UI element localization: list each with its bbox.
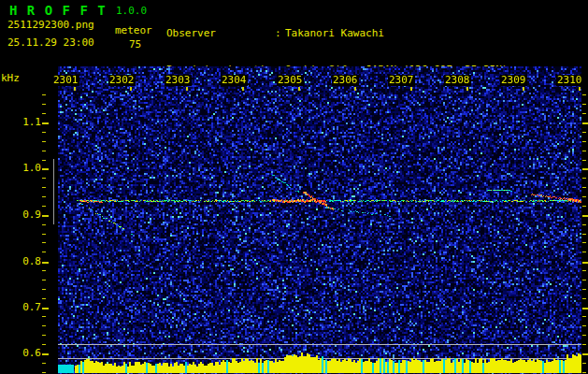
tick-mark: [42, 316, 46, 317]
tick-mark: [42, 94, 46, 95]
tick-mark: [74, 87, 76, 91]
freq-label: 1.0: [21, 163, 41, 174]
freq-label: 0.7: [21, 302, 41, 313]
tick-mark: [42, 224, 46, 225]
tick-mark: [354, 87, 356, 91]
tick-mark: [42, 344, 46, 345]
hrofft-screen: H R O F F T 1.0.0 2511292300.png meteor …: [0, 0, 588, 374]
station-info-row: Observer : Takanori Kawachi: [166, 27, 508, 39]
tick-mark: [42, 270, 46, 271]
tick-mark: [582, 215, 588, 217]
tick-mark: [242, 87, 244, 91]
tick-mark: [582, 353, 588, 355]
tick-mark: [582, 262, 588, 264]
time-label: 2307: [388, 75, 415, 86]
tick-mark: [42, 178, 46, 179]
tick-mark: [42, 151, 46, 151]
tick-mark: [42, 298, 46, 299]
tick-mark: [582, 289, 586, 290]
time-label: 2305: [277, 75, 304, 86]
app-title: H R O F F T: [9, 3, 107, 18]
tick-mark: [582, 160, 586, 161]
level-marker-line: [53, 159, 54, 224]
tick-mark: [42, 372, 46, 373]
tick-mark: [42, 132, 46, 133]
time-label: 2304: [221, 75, 248, 86]
tick-mark: [466, 87, 468, 91]
freq-label: 0.9: [21, 209, 41, 221]
tick-mark: [582, 335, 586, 336]
time-label: 2306: [332, 75, 359, 86]
info-label: Observer: [166, 27, 275, 39]
tick-mark: [582, 151, 586, 151]
tick-mark: [298, 87, 300, 91]
tick-mark: [42, 308, 49, 309]
tick-mark: [582, 234, 586, 235]
tick-mark: [582, 363, 586, 364]
info-colon: :: [275, 27, 285, 39]
observation-mode: meteor: [115, 24, 152, 36]
spectrogram-canvas: [58, 66, 581, 374]
tick-mark: [582, 168, 588, 170]
tick-mark: [42, 141, 46, 142]
time-label: 2310: [556, 75, 583, 86]
tick-mark: [582, 316, 586, 317]
tick-mark: [42, 234, 46, 235]
tick-mark: [582, 372, 586, 373]
tick-mark: [42, 289, 46, 290]
tick-mark: [42, 206, 46, 207]
tick-mark: [42, 363, 46, 364]
tick-mark: [42, 325, 46, 326]
tick-mark: [130, 87, 132, 91]
tick-mark: [42, 160, 46, 161]
tick-mark: [523, 87, 524, 91]
tick-mark: [582, 298, 586, 299]
tick-mark: [42, 335, 46, 336]
tick-mark: [582, 122, 588, 124]
observation-datetime: 25.11.29 23:00: [7, 36, 94, 49]
tick-mark: [42, 242, 46, 243]
y-axis-unit: kHz: [1, 72, 20, 84]
tick-mark: [42, 104, 46, 105]
tick-mark: [582, 196, 586, 197]
output-filename: 2511292300.png: [7, 19, 94, 31]
tick-mark: [42, 187, 46, 188]
tick-mark: [579, 87, 581, 91]
tick-mark: [582, 308, 588, 309]
tick-mark: [582, 113, 586, 114]
tick-mark: [582, 104, 586, 105]
info-value: Takanori Kawachi: [285, 27, 384, 39]
tick-mark: [582, 187, 586, 188]
time-label: 2309: [500, 75, 527, 86]
tick-mark: [582, 178, 586, 179]
echo-count: 75: [129, 38, 141, 50]
tick-mark: [582, 325, 586, 326]
freq-label: 0.8: [21, 256, 41, 267]
tick-mark: [42, 122, 49, 124]
tick-mark: [582, 280, 586, 280]
tick-mark: [582, 206, 586, 207]
tick-mark: [582, 242, 586, 243]
time-label: 2303: [165, 75, 192, 86]
tick-mark: [582, 94, 586, 95]
tick-mark: [410, 87, 412, 91]
tick-mark: [42, 168, 49, 170]
time-label: 2308: [444, 75, 471, 86]
tick-mark: [42, 252, 46, 252]
freq-label: 1.1: [21, 117, 41, 128]
tick-mark: [42, 113, 46, 114]
tick-mark: [582, 270, 586, 271]
tick-mark: [42, 196, 46, 197]
time-label: 2301: [52, 75, 79, 86]
tick-mark: [582, 344, 586, 345]
tick-mark: [582, 141, 586, 142]
tick-mark: [42, 280, 46, 280]
app-version: 1.0.0: [116, 5, 147, 17]
tick-mark: [582, 252, 586, 252]
tick-mark: [582, 132, 586, 133]
tick-mark: [42, 353, 49, 355]
tick-mark: [582, 224, 586, 225]
tick-mark: [42, 215, 49, 217]
freq-label: 0.6: [21, 348, 41, 359]
time-label: 2302: [108, 75, 136, 86]
